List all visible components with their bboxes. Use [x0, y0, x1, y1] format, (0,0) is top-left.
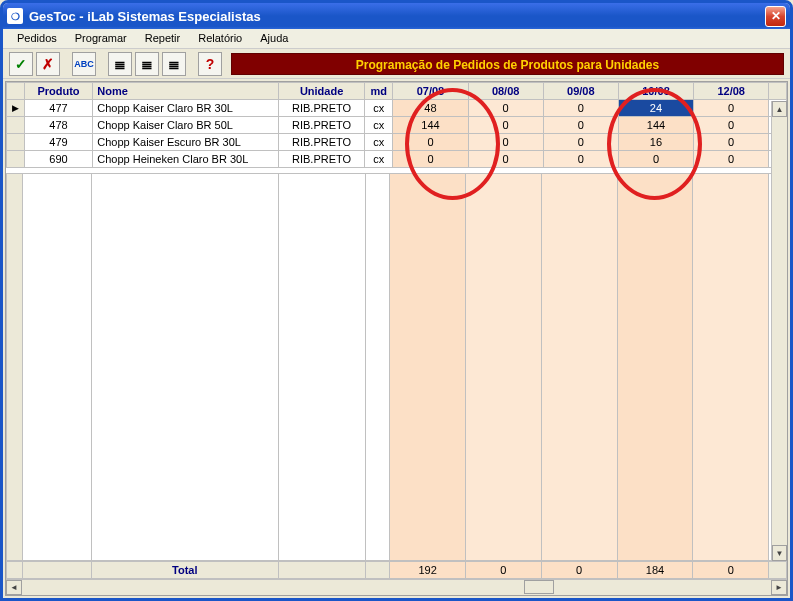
row-marker	[7, 134, 25, 151]
list-button-2[interactable]: ≣	[135, 52, 159, 76]
abc-button[interactable]: ABC	[72, 52, 96, 76]
window-title: GesToc - iLab Sistemas Especialistas	[29, 9, 261, 24]
cell-md[interactable]: cx	[365, 100, 393, 117]
cell-d3[interactable]: 0	[543, 117, 618, 134]
scroll-left-icon[interactable]: ◄	[6, 580, 22, 595]
cell-unidade[interactable]: RIB.PRETO	[278, 134, 364, 151]
col-produto[interactable]: Produto	[24, 83, 93, 100]
data-grid[interactable]: Produto Nome Unidade md 07/08 08/08 09/0…	[6, 82, 787, 168]
scroll-thumb[interactable]	[524, 580, 554, 594]
cell-d2[interactable]: 0	[468, 100, 543, 117]
menu-programar[interactable]: Programar	[67, 31, 135, 46]
app-window: ❍ GesToc - iLab Sistemas Especialistas ✕…	[0, 0, 793, 601]
col-md[interactable]: md	[365, 83, 393, 100]
col-d3[interactable]: 09/08	[543, 83, 618, 100]
cell-nome[interactable]: Chopp Heineken Claro BR 30L	[93, 151, 279, 168]
cell-d4[interactable]: 16	[618, 134, 693, 151]
cell-nome[interactable]: Chopp Kaiser Claro BR 30L	[93, 100, 279, 117]
menu-relatorio[interactable]: Relatório	[190, 31, 250, 46]
cell-d4[interactable]: 24	[618, 100, 693, 117]
cell-d3[interactable]: 0	[543, 134, 618, 151]
cell-d5[interactable]: 0	[694, 134, 769, 151]
cell-d2[interactable]: 0	[468, 117, 543, 134]
cell-d1[interactable]: 144	[393, 117, 468, 134]
cell-d1[interactable]: 48	[393, 100, 468, 117]
cell-d5[interactable]: 0	[694, 117, 769, 134]
list-button-3[interactable]: ≣	[162, 52, 186, 76]
total-d4: 184	[617, 562, 693, 579]
cell-nome[interactable]: Chopp Kaiser Escuro BR 30L	[93, 134, 279, 151]
help-button[interactable]: ?	[198, 52, 222, 76]
scroll-track[interactable]	[22, 580, 771, 595]
total-d1: 192	[390, 562, 466, 579]
col-d4[interactable]: 10/08	[618, 83, 693, 100]
col-nome[interactable]: Nome	[93, 83, 279, 100]
cell-produto[interactable]: 477	[24, 100, 93, 117]
cell-md[interactable]: cx	[365, 134, 393, 151]
cell-unidade[interactable]: RIB.PRETO	[278, 100, 364, 117]
total-d2: 0	[466, 562, 542, 579]
cell-d2[interactable]: 0	[468, 134, 543, 151]
cell-d5[interactable]: 0	[694, 151, 769, 168]
cell-d4[interactable]: 144	[618, 117, 693, 134]
table-row[interactable]: 690Chopp Heineken Claro BR 30LRIB.PRETOc…	[7, 151, 787, 168]
horizontal-scrollbar[interactable]: ◄ ►	[6, 579, 787, 595]
table-row[interactable]: 478Chopp Kaiser Claro BR 50LRIB.PRETOcx1…	[7, 117, 787, 134]
cell-d3[interactable]: 0	[543, 100, 618, 117]
col-d1[interactable]: 07/08	[393, 83, 468, 100]
scroll-right-icon[interactable]: ►	[771, 580, 787, 595]
cell-nome[interactable]: Chopp Kaiser Claro BR 50L	[93, 117, 279, 134]
cell-produto[interactable]: 478	[24, 117, 93, 134]
list-button-1[interactable]: ≣	[108, 52, 132, 76]
header-row: Produto Nome Unidade md 07/08 08/08 09/0…	[7, 83, 787, 100]
cell-d4[interactable]: 0	[618, 151, 693, 168]
cell-unidade[interactable]: RIB.PRETO	[278, 117, 364, 134]
cell-d1[interactable]: 0	[393, 134, 468, 151]
cell-d1[interactable]: 0	[393, 151, 468, 168]
cell-md[interactable]: cx	[365, 151, 393, 168]
cell-d2[interactable]: 0	[468, 151, 543, 168]
scroll-up-icon[interactable]: ▲	[772, 101, 787, 117]
menu-pedidos[interactable]: Pedidos	[9, 31, 65, 46]
cancel-button[interactable]: ✗	[36, 52, 60, 76]
confirm-button[interactable]: ✓	[9, 52, 33, 76]
total-label: Total	[91, 562, 278, 579]
grid-area: Produto Nome Unidade md 07/08 08/08 09/0…	[5, 81, 788, 596]
app-icon: ❍	[7, 8, 23, 24]
row-marker	[7, 117, 25, 134]
cell-produto[interactable]: 690	[24, 151, 93, 168]
col-d2[interactable]: 08/08	[468, 83, 543, 100]
menu-repetir[interactable]: Repetir	[137, 31, 188, 46]
total-d5: 0	[693, 562, 769, 579]
banner-title: Programação de Pedidos de Produtos para …	[231, 53, 784, 75]
vertical-scrollbar[interactable]: ▲ ▼	[771, 101, 787, 561]
cell-d5[interactable]: 0	[694, 100, 769, 117]
table-row[interactable]: ▶477Chopp Kaiser Claro BR 30LRIB.PRETOcx…	[7, 100, 787, 117]
col-unidade[interactable]: Unidade	[278, 83, 364, 100]
table-row[interactable]: 479Chopp Kaiser Escuro BR 30LRIB.PRETOcx…	[7, 134, 787, 151]
scroll-down-icon[interactable]: ▼	[772, 545, 787, 561]
toolbar: ✓ ✗ ABC ≣ ≣ ≣ ? Programação de Pedidos d…	[3, 49, 790, 79]
cell-md[interactable]: cx	[365, 117, 393, 134]
close-button[interactable]: ✕	[765, 6, 786, 27]
col-d5[interactable]: 12/08	[694, 83, 769, 100]
row-marker: ▶	[7, 100, 25, 117]
menu-ajuda[interactable]: Ajuda	[252, 31, 296, 46]
titlebar: ❍ GesToc - iLab Sistemas Especialistas ✕	[3, 3, 790, 29]
total-row: Total 192 0 0 184 0	[7, 562, 787, 579]
cell-d3[interactable]: 0	[543, 151, 618, 168]
row-marker	[7, 151, 25, 168]
menubar: Pedidos Programar Repetir Relatório Ajud…	[3, 29, 790, 49]
cell-unidade[interactable]: RIB.PRETO	[278, 151, 364, 168]
cell-produto[interactable]: 479	[24, 134, 93, 151]
total-d3: 0	[541, 562, 617, 579]
